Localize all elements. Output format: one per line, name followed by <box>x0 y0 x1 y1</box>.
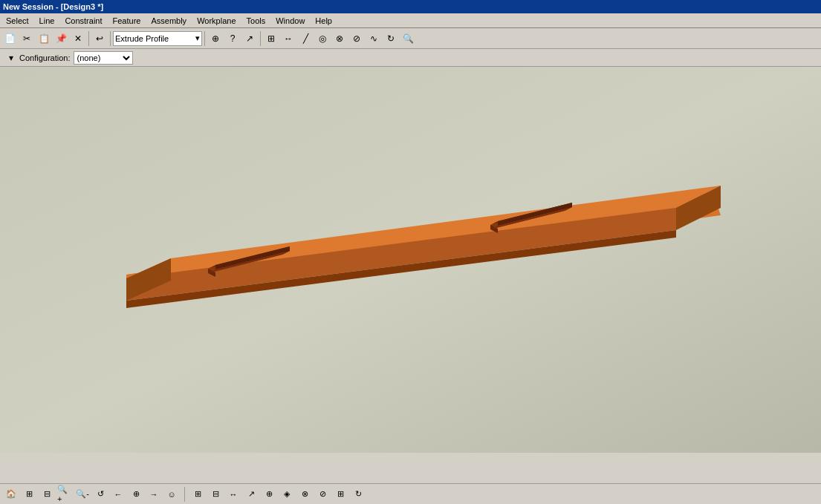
status-arrow-left-btn[interactable]: ← <box>110 486 126 503</box>
status-tool9-btn[interactable]: ⊞ <box>332 486 348 503</box>
config-label: Configuration: <box>19 53 71 62</box>
view-btn8[interactable]: ↻ <box>383 30 399 47</box>
toolbar-row: 📄 ✂ 📋 📌 ✕ ↩ Extrude Profile ▾ ⊕ ? ↗ ⊞ ↔ … <box>0 28 821 49</box>
status-tool8-btn[interactable]: ⊘ <box>314 486 331 503</box>
status-pan-btn[interactable]: ⊕ <box>128 486 144 503</box>
status-bar: 🏠 ⊞ ⊟ 🔍+ 🔍- ↺ ← ⊕ → ☺ ⊞ ⊟ ↔ ↗ ⊕ ◈ ⊗ ⊘ ⊞ … <box>0 483 821 504</box>
status-tool3-btn[interactable]: ↔ <box>225 486 241 503</box>
status-tool6-btn[interactable]: ◈ <box>279 486 295 503</box>
menu-feature[interactable]: Feature <box>108 16 146 26</box>
menu-workplane[interactable]: Workplane <box>192 16 240 26</box>
menu-bar: Select Line Constraint Feature Assembly … <box>0 13 821 28</box>
view-btn3[interactable]: ╱ <box>297 30 314 47</box>
view-btn7[interactable]: ∿ <box>366 30 382 47</box>
config-dropdown[interactable]: (none) <box>74 51 133 65</box>
status-sep1 <box>184 487 185 502</box>
btn-help[interactable]: ? <box>224 30 241 47</box>
status-arrow-right-btn[interactable]: → <box>146 486 162 503</box>
feature-dropdown[interactable]: Extrude Profile ▾ <box>113 31 202 46</box>
config-expand-btn[interactable]: ▾ <box>3 50 19 66</box>
toolbar-sep4 <box>260 31 261 46</box>
view-btn2[interactable]: ↔ <box>280 30 296 47</box>
status-home-btn[interactable]: 🏠 <box>3 486 19 503</box>
status-tool2-btn[interactable]: ⊟ <box>207 486 224 503</box>
status-zoomin-btn[interactable]: 🔍+ <box>56 486 73 503</box>
feature-dropdown-value: Extrude Profile <box>115 34 169 43</box>
title-text: New Session - [Design3 *] <box>3 2 103 11</box>
status-tool1-btn[interactable]: ⊞ <box>189 486 206 503</box>
status-rotate-btn[interactable]: ↺ <box>92 486 108 503</box>
delete-button[interactable]: ✕ <box>70 30 86 47</box>
status-tool10-btn[interactable]: ↻ <box>350 486 366 503</box>
menu-help[interactable]: Help <box>311 16 337 26</box>
title-bar: New Session - [Design3 *] <box>0 0 821 13</box>
viewport[interactable]: ▸ <box>0 67 821 453</box>
menu-select[interactable]: Select <box>1 16 33 26</box>
menu-window[interactable]: Window <box>271 16 309 26</box>
menu-line[interactable]: Line <box>35 16 59 26</box>
view-btn6[interactable]: ⊘ <box>348 30 365 47</box>
status-tool7-btn[interactable]: ⊗ <box>296 486 313 503</box>
3d-viewport-canvas <box>0 67 821 453</box>
view-btn1[interactable]: ⊞ <box>263 30 279 47</box>
status-tool4-btn[interactable]: ↗ <box>243 486 259 503</box>
status-zoomout-btn[interactable]: 🔍- <box>74 486 91 503</box>
cut-button[interactable]: ✂ <box>19 30 35 47</box>
status-grid-btn[interactable]: ⊞ <box>21 486 37 503</box>
menu-tools[interactable]: Tools <box>242 16 270 26</box>
menu-assembly[interactable]: Assembly <box>146 16 191 26</box>
view-btn9[interactable]: 🔍 <box>400 30 416 47</box>
view-btn5[interactable]: ⊗ <box>331 30 348 47</box>
config-bar: ▾ Configuration: (none) <box>0 49 821 67</box>
view-btn4[interactable]: ◎ <box>314 30 331 47</box>
new-button[interactable]: 📄 <box>1 30 18 47</box>
btn-a[interactable]: ⊕ <box>207 30 224 47</box>
paste-button[interactable]: 📌 <box>53 30 69 47</box>
toolbar-sep2 <box>110 31 111 46</box>
status-tool5-btn[interactable]: ⊕ <box>261 486 277 503</box>
undo-button[interactable]: ↩ <box>91 30 108 47</box>
copy-button[interactable]: 📋 <box>36 30 52 47</box>
toolbar-sep1 <box>88 31 89 46</box>
btn-b[interactable]: ↗ <box>241 30 258 47</box>
status-grid2-btn[interactable]: ⊟ <box>39 486 55 503</box>
toolbar-sep3 <box>204 31 205 46</box>
status-smiley-btn[interactable]: ☺ <box>163 486 180 503</box>
menu-constraint[interactable]: Constraint <box>60 16 106 26</box>
